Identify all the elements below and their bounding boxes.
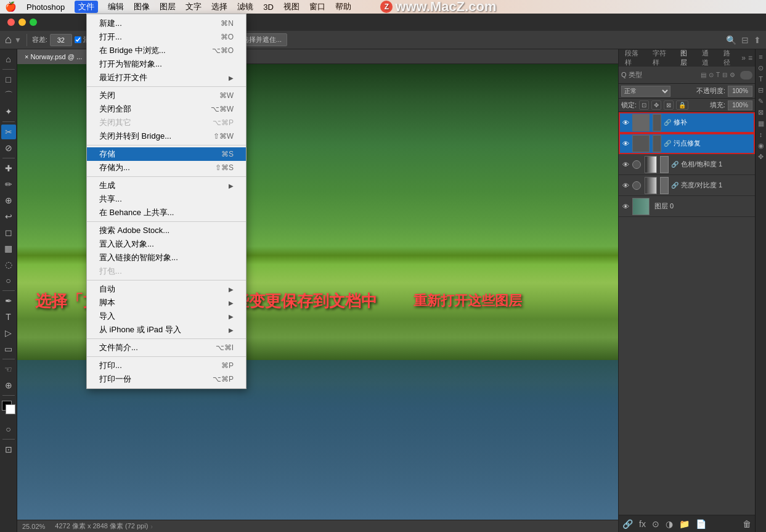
menu-search-stock[interactable]: 搜索 Adobe Stock... [87, 224, 246, 237]
far-right-icon3[interactable]: T [756, 74, 766, 84]
blur-tool[interactable]: ◌ [1, 257, 16, 272]
heal-tool[interactable]: ✚ [1, 161, 16, 176]
menu-close[interactable]: 关闭 ⌘W [87, 89, 246, 102]
filter-icon2[interactable]: ⊙ [709, 72, 714, 78]
foreground-background-colors[interactable] [2, 401, 15, 414]
menu-share-behance[interactable]: 在 Behance 上共享... [87, 206, 246, 219]
menu-text[interactable]: 文字 [185, 1, 202, 12]
lock-pixels[interactable]: ⊡ [639, 100, 649, 110]
far-right-icon4[interactable]: ⊟ [756, 85, 766, 95]
menu-photoshop[interactable]: Photoshop [26, 2, 65, 12]
arrange-icon[interactable]: ⊟ [741, 35, 749, 45]
far-right-icon10[interactable]: ✥ [756, 152, 766, 162]
menu-save-as[interactable]: 存储为... ⇧⌘S [87, 161, 246, 174]
menu-import-iphone[interactable]: 从 iPhone 或 iPad 导入 ▶ [87, 323, 246, 337]
far-right-icon6[interactable]: ⊠ [756, 107, 766, 117]
menu-generate[interactable]: 生成 ▶ [87, 179, 246, 192]
clone-tool[interactable]: ⊕ [1, 193, 16, 208]
brush-tool[interactable]: ✏ [1, 177, 16, 192]
tab-paths[interactable]: 路径 [720, 49, 739, 69]
menu-open[interactable]: 打开... ⌘O [87, 30, 246, 44]
menu-share[interactable]: 共享... [87, 192, 246, 206]
layer-eye-brightness[interactable]: 👁 [621, 181, 630, 190]
menu-close-all[interactable]: 关闭全部 ⌥⌘W [87, 102, 246, 116]
text-tool[interactable]: T [1, 309, 16, 324]
layer-item-hue[interactable]: 👁 🔗 色相/饱和度 1 [619, 154, 755, 175]
menu-file[interactable]: 文件 [75, 1, 98, 13]
tab-layers[interactable]: 图层 [677, 49, 696, 69]
maximize-button[interactable] [30, 18, 37, 26]
menu-automate[interactable]: 自动 ▶ [87, 282, 246, 296]
menu-close-bridge[interactable]: 关闭并转到 Bridge... ⇧⌘W [87, 129, 246, 143]
lock-artboard[interactable]: ⊠ [664, 100, 674, 110]
background-color[interactable] [6, 404, 15, 414]
menu-scripts[interactable]: 脚本 ▶ [87, 296, 246, 309]
menu-print-one[interactable]: 打印一份 ⌥⌘P [87, 372, 246, 386]
filter-icon5[interactable]: ⚙ [730, 72, 735, 78]
lock-all[interactable]: 🔒 [676, 100, 688, 110]
menu-embed[interactable]: 置入嵌入对象... [87, 237, 246, 251]
panel-expand-icon[interactable]: » [741, 54, 746, 62]
layer-item-base[interactable]: 👁 图层 0 [619, 196, 755, 217]
add-mask-button[interactable]: ⊙ [651, 518, 661, 530]
crop-tool[interactable]: ✂ [1, 125, 16, 139]
far-right-icon7[interactable]: ▦ [756, 118, 766, 128]
filter-toggle[interactable] [740, 71, 752, 80]
tolerance-input[interactable] [50, 34, 72, 46]
fx-button[interactable]: fx [638, 518, 647, 530]
layer-item-brightness[interactable]: 👁 🔗 亮度/对比度 1 [619, 175, 755, 196]
eraser-tool[interactable]: ◻ [1, 225, 16, 240]
new-layer-button[interactable]: 📄 [695, 518, 707, 530]
menu-new[interactable]: 新建... ⌘N [87, 17, 246, 30]
menu-image[interactable]: 图像 [134, 1, 150, 12]
status-arrow[interactable]: › [150, 523, 153, 530]
filter-icon4[interactable]: ⊟ [722, 72, 727, 78]
far-right-icon1[interactable]: ≡ [756, 52, 766, 62]
far-right-icon8[interactable]: ↕ [756, 129, 766, 139]
share-icon[interactable]: ⬆ [754, 35, 761, 45]
hand-tool[interactable]: ☜ [1, 362, 16, 377]
panel-menu-icon[interactable]: ≡ [748, 54, 752, 62]
pen-tool[interactable]: ✒ [1, 293, 16, 308]
adjustment-button[interactable]: ◑ [664, 518, 674, 530]
menu-browse-bridge[interactable]: 在 Bridge 中浏览... ⌥⌘O [87, 44, 246, 57]
tab-norway[interactable]: × Norway.psd @ ... [17, 49, 90, 64]
menu-print[interactable]: 打印... ⌘P [87, 359, 246, 372]
search-icon[interactable]: 🔍 [726, 35, 736, 45]
menu-window[interactable]: 窗口 [309, 1, 325, 12]
tab-paragraph[interactable]: 段落样 [621, 49, 646, 69]
menu-edit[interactable]: 编辑 [108, 1, 124, 12]
menu-recent-files[interactable]: 最近打开文件 ▶ [87, 71, 246, 84]
layer-eye-spot[interactable]: 👁 [621, 139, 630, 148]
far-right-icon2[interactable]: ⊙ [756, 63, 766, 73]
menu-save[interactable]: 存储 ⌘S [87, 147, 246, 161]
eyedropper-tool[interactable]: ⊘ [1, 141, 16, 155]
select-tool[interactable]: □ [1, 72, 16, 87]
tab-channels[interactable]: 通道 [698, 49, 717, 69]
dodge-tool[interactable]: ○ [1, 273, 16, 288]
layer-item-spot[interactable]: 👁 🔗 污点修复 [619, 133, 755, 154]
blend-mode-select[interactable]: 正常 [621, 86, 670, 97]
quick-mask-tool[interactable]: ○ [1, 422, 16, 436]
minimize-button[interactable] [18, 18, 26, 26]
lasso-tool[interactable]: ⌒ [1, 88, 16, 103]
filter-icon1[interactable]: ▤ [701, 72, 706, 78]
menu-import[interactable]: 导入 ▶ [87, 309, 246, 323]
close-button[interactable] [7, 18, 15, 26]
tab-character[interactable]: 字符样 [649, 49, 674, 69]
apple-icon[interactable]: 🍎 [5, 1, 17, 12]
layer-eye-hue[interactable]: 👁 [621, 160, 630, 169]
lock-position[interactable]: ✥ [651, 100, 661, 110]
menu-3d[interactable]: 3D [263, 2, 274, 12]
screen-mode-tool[interactable]: ⊡ [1, 442, 16, 457]
far-right-icon9[interactable]: ◉ [756, 141, 766, 150]
move-tool[interactable]: ⌂ [1, 52, 16, 67]
zoom-tool[interactable]: ⊕ [1, 378, 16, 393]
layer-eye-base[interactable]: 👁 [621, 202, 630, 211]
gradient-tool[interactable]: ▦ [1, 241, 16, 256]
shape-tool[interactable]: ▭ [1, 342, 16, 356]
menu-select[interactable]: 选择 [211, 1, 227, 12]
menu-file-info[interactable]: 文件简介... ⌥⌘I [87, 341, 246, 354]
menu-help[interactable]: 帮助 [335, 1, 351, 12]
menu-open-smart[interactable]: 打开为智能对象... [87, 57, 246, 71]
